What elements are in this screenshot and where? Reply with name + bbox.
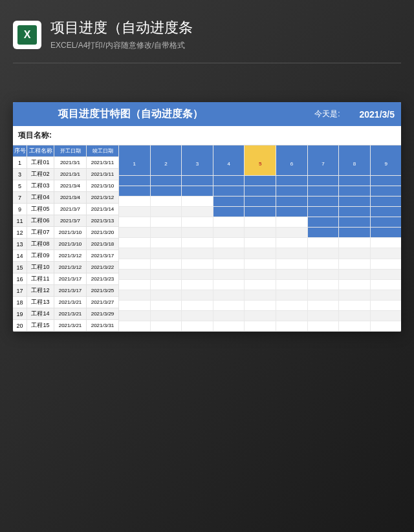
gantt-empty-cell (276, 311, 308, 321)
gantt-empty-cell (276, 248, 308, 259)
gantt-bar-row (119, 290, 401, 301)
end-cell: 2021/3/31 (87, 320, 119, 332)
gantt-empty-cell (119, 301, 151, 311)
gantt-empty-cell (339, 311, 371, 321)
days-header: 1234567891011121314151617181920212223242… (119, 145, 401, 176)
gantt-bar-segment (245, 197, 276, 207)
gantt-empty-cell (213, 301, 245, 311)
gantt-bar-row (119, 217, 401, 228)
gantt-empty-cell (119, 311, 151, 321)
end-cell: 2021/3/29 (87, 308, 119, 320)
start-cell: 2021/3/17 (54, 285, 87, 297)
gantt-empty-cell (151, 280, 182, 290)
gantt-empty-cell (308, 321, 340, 332)
table-row: 9工程052021/3/72021/3/14 (13, 204, 119, 215)
gantt-empty-cell (182, 207, 213, 217)
table-row: 14工程092021/3/122021/3/17 (13, 250, 119, 262)
start-cell: 2021/3/21 (54, 320, 87, 332)
day-header: 4 (213, 145, 245, 176)
name-cell: 工程06 (27, 215, 54, 227)
gantt-empty-cell (213, 228, 245, 238)
col-header-end: 竣工日期 (87, 145, 119, 157)
gantt-empty-cell (339, 238, 371, 248)
gantt-bar-row (119, 311, 401, 321)
day-header: 6 (276, 145, 308, 176)
gantt-empty-cell (119, 207, 151, 217)
gantt-empty-cell (245, 311, 276, 321)
start-cell: 2021/3/7 (54, 215, 87, 227)
gantt-empty-cell (151, 228, 182, 238)
gantt-empty-cell (119, 197, 151, 207)
gantt-bar-segment (213, 176, 245, 186)
name-cell: 工程05 (27, 204, 54, 215)
seq-cell: 15 (13, 262, 27, 273)
seq-cell: 19 (13, 308, 27, 320)
start-cell: 2021/3/1 (54, 169, 87, 180)
seq-cell: 14 (13, 250, 27, 262)
gantt-empty-cell (213, 238, 245, 248)
gantt-bar-segment (371, 217, 401, 228)
gantt-bar-segment (339, 207, 371, 217)
gantt-empty-cell (182, 238, 213, 248)
gantt-empty-cell (371, 248, 401, 259)
excel-icon: X (13, 21, 41, 49)
gantt-empty-cell (182, 197, 213, 207)
name-cell: 工程15 (27, 320, 54, 332)
gantt-empty-cell (119, 228, 151, 238)
gantt-empty-cell (276, 280, 308, 290)
gantt-bar-segment (151, 186, 182, 197)
day-header: 8 (339, 145, 371, 176)
gantt-empty-cell (245, 238, 276, 248)
gantt-empty-cell (182, 248, 213, 259)
gantt-bar-segment (213, 197, 245, 207)
gantt-empty-cell (308, 270, 340, 280)
gantt-empty-cell (276, 217, 308, 228)
gantt-empty-cell (308, 290, 340, 301)
end-cell: 2021/3/27 (87, 297, 119, 308)
gantt-bar-segment (213, 207, 245, 217)
gantt-empty-cell (371, 311, 401, 321)
gantt-empty-cell (245, 280, 276, 290)
gantt-bar-segment (276, 207, 308, 217)
gantt-header-row: 序号工程名称开工日期竣工日期 (13, 145, 119, 157)
gantt-empty-cell (119, 248, 151, 259)
gantt-bar-segment (245, 186, 276, 197)
start-cell: 2021/3/12 (54, 250, 87, 262)
gantt-empty-cell (213, 259, 245, 270)
gantt-empty-cell (339, 259, 371, 270)
gantt-bar-segment (276, 186, 308, 197)
gantt-bar-segment (182, 186, 213, 197)
gantt-bar-segment (213, 186, 245, 197)
gantt-empty-cell (276, 321, 308, 332)
gantt-empty-cell (213, 280, 245, 290)
end-cell: 2021/3/22 (87, 262, 119, 273)
name-cell: 工程11 (27, 273, 54, 285)
gantt-bar-segment (308, 228, 340, 238)
table-row: 12工程072021/3/102021/3/20 (13, 227, 119, 239)
gantt-empty-cell (339, 270, 371, 280)
gantt-timeline: 1234567891011121314151617181920212223242… (119, 145, 401, 332)
end-cell: 2021/3/12 (87, 192, 119, 204)
table-row: 13工程082021/3/102021/3/18 (13, 239, 119, 250)
gantt-empty-cell (119, 270, 151, 280)
gantt-bar-segment (119, 176, 151, 186)
gantt-empty-cell (119, 290, 151, 301)
gantt-empty-cell (182, 259, 213, 270)
gantt-empty-cell (151, 301, 182, 311)
gantt-bar-segment (339, 176, 371, 186)
gantt-empty-cell (119, 217, 151, 228)
gantt-empty-cell (151, 238, 182, 248)
gantt-bar-segment (371, 197, 401, 207)
gantt-empty-cell (371, 301, 401, 311)
gantt-empty-cell (308, 280, 340, 290)
end-cell: 2021/3/11 (87, 169, 119, 180)
gantt-empty-cell (371, 238, 401, 248)
gantt-bar-row (119, 207, 401, 217)
today-label: 今天是: (314, 109, 340, 120)
sheet-title: 项目进度甘特图（自动进度条） (19, 107, 314, 121)
name-cell: 工程14 (27, 308, 54, 320)
gantt-empty-cell (245, 290, 276, 301)
gantt-empty-cell (308, 248, 340, 259)
gantt-empty-cell (151, 207, 182, 217)
gantt-empty-cell (182, 280, 213, 290)
